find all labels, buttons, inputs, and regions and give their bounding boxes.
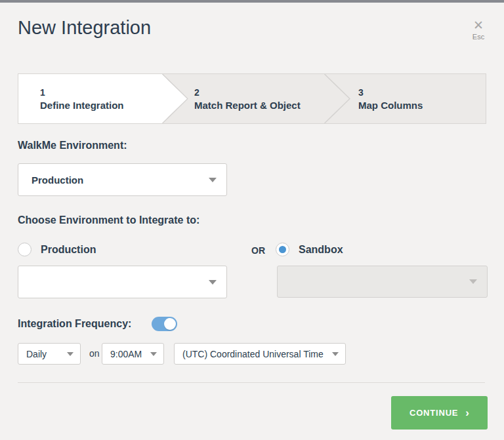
- chevron-down-icon: [209, 280, 217, 285]
- chevron-down-icon: [150, 352, 157, 356]
- wizard-step-define-integration[interactable]: 1 Define Integration: [40, 74, 124, 123]
- step-label: Match Report & Object: [194, 100, 301, 111]
- esc-hint-label: Esc: [469, 33, 488, 41]
- frequency-interval-value: Daily: [26, 349, 47, 359]
- frequency-time-value: 9:00AM: [110, 349, 142, 359]
- walkme-environment-dropdown[interactable]: Production: [18, 163, 227, 196]
- frequency-timezone-dropdown[interactable]: (UTC) Coordinated Universal Time: [174, 343, 346, 365]
- radio-unchecked-icon[interactable]: [18, 243, 32, 256]
- integration-frequency-label: Integration Frequency:: [18, 318, 131, 330]
- sandbox-radio-option[interactable]: Sandbox: [276, 243, 343, 256]
- step-number: 2: [194, 87, 301, 98]
- footer-divider: [18, 382, 485, 383]
- or-label: OR: [251, 245, 265, 256]
- step-label: Map Columns: [358, 100, 423, 111]
- choose-environment-label: Choose Environment to Integrate to:: [18, 214, 200, 226]
- chevron-down-icon: [67, 352, 74, 356]
- frequency-toggle-on[interactable]: [152, 317, 177, 331]
- frequency-timezone-value: (UTC) Coordinated Universal Time: [182, 349, 324, 359]
- close-icon: ✕: [469, 19, 488, 31]
- wizard-steps: 1 Define Integration 2 Match Report & Ob…: [18, 73, 486, 124]
- frequency-interval-dropdown[interactable]: Daily: [18, 343, 81, 365]
- step-separator-chevron: [162, 74, 188, 123]
- step-number: 3: [358, 87, 423, 98]
- walkme-environment-value: Production: [32, 174, 83, 186]
- continue-button-label: CONTINUE: [410, 408, 458, 418]
- page-title: New Integration: [18, 17, 151, 39]
- window-top-edge: [0, 0, 504, 3]
- step-separator-chevron: [324, 74, 350, 123]
- step-number: 1: [40, 87, 124, 98]
- chevron-down-icon: [469, 279, 477, 284]
- walkme-environment-label: WalkMe Environment:: [18, 140, 127, 151]
- wizard-step-map-columns[interactable]: 3 Map Columns: [358, 74, 423, 123]
- toggle-knob: [164, 318, 176, 330]
- close-button[interactable]: ✕ Esc: [469, 19, 488, 41]
- new-integration-modal: New Integration ✕ Esc 1 Define Integrati…: [0, 0, 504, 440]
- sandbox-radio-label: Sandbox: [299, 244, 343, 256]
- frequency-time-dropdown[interactable]: 9:00AM: [102, 343, 164, 365]
- radio-checked-icon[interactable]: [276, 243, 289, 256]
- chevron-down-icon: [209, 178, 217, 182]
- step-label: Define Integration: [40, 100, 124, 111]
- continue-button[interactable]: CONTINUE ›: [391, 396, 488, 430]
- production-radio-label: Production: [41, 244, 96, 256]
- production-environment-dropdown[interactable]: [18, 266, 227, 298]
- production-radio-option[interactable]: Production: [18, 243, 96, 256]
- on-label: on: [89, 343, 100, 365]
- chevron-right-icon: ›: [465, 409, 469, 417]
- chevron-down-icon: [332, 352, 339, 356]
- wizard-step-match-report-object[interactable]: 2 Match Report & Object: [194, 74, 301, 123]
- sandbox-environment-dropdown-disabled: [277, 266, 488, 298]
